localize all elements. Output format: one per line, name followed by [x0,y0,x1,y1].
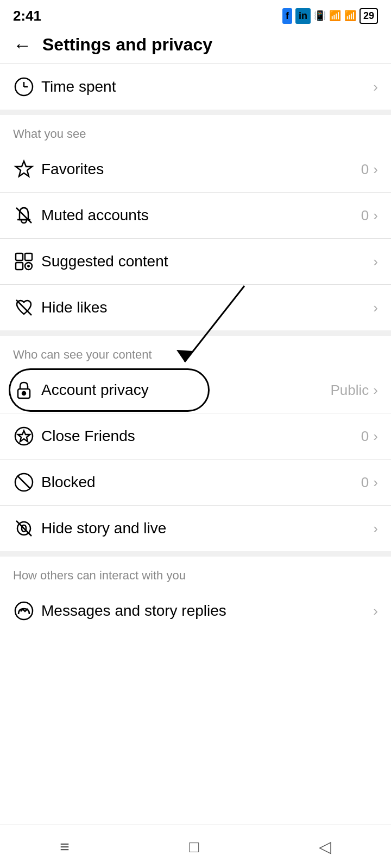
muted-accounts-label: Muted accounts [41,207,361,224]
blocked-value: 0 [361,474,369,491]
wifi-icon: 📶 [329,10,341,22]
bottom-spacer [0,634,391,688]
menu-item-time-spent[interactable]: Time spent › [0,64,391,110]
close-friends-icon [13,425,41,447]
time-spent-chevron: › [373,79,378,95]
hide-story-label: Hide story and live [41,520,373,537]
status-icons: f in 📳 📶 📶 29 [282,8,378,24]
menu-item-messages[interactable]: Messages and story replies › [0,588,391,634]
header: ← Settings and privacy [0,28,391,63]
close-friends-chevron: › [373,428,378,445]
story-off-icon [13,518,41,539]
nav-home-button[interactable]: □ [173,832,215,861]
hide-likes-chevron: › [373,299,378,316]
app-icon-2: in [295,8,311,24]
menu-item-close-friends[interactable]: Close Friends 0 › [0,413,391,459]
account-privacy-chevron: › [373,382,378,399]
menu-item-blocked[interactable]: Blocked 0 › [0,459,391,505]
suggested-icon [13,251,41,272]
account-privacy-value: Public [331,382,369,399]
hide-story-chevron: › [373,520,378,537]
divider-6 [0,330,391,336]
menu-item-suggested-content[interactable]: Suggested content › [0,239,391,284]
svg-rect-6 [25,253,32,260]
svg-rect-7 [16,263,23,270]
back-button[interactable]: ← [13,36,31,54]
blocked-chevron: › [373,474,378,491]
menu-item-favorites[interactable]: Favorites 0 › [0,146,391,192]
svg-marker-3 [16,161,32,176]
heart-off-icon [13,297,41,318]
menu-item-muted-accounts[interactable]: Muted accounts 0 › [0,193,391,238]
section-who-can-see: Who can see your content [0,336,391,367]
svg-point-15 [22,392,26,395]
muted-accounts-value: 0 [361,207,369,224]
svg-line-19 [17,476,30,489]
blocked-label: Blocked [41,474,361,491]
lock-icon [13,379,41,401]
divider-2 [0,110,391,115]
block-icon [13,471,41,493]
close-friends-value: 0 [361,428,369,445]
app-icon-1: f [282,8,292,24]
status-time: 2:41 [13,8,41,24]
bell-off-icon [13,205,41,226]
divider-10 [0,551,391,557]
menu-item-hide-story[interactable]: Hide story and live › [0,506,391,551]
muted-accounts-chevron: › [373,207,378,224]
svg-line-4 [16,208,31,223]
close-friends-label: Close Friends [41,427,361,445]
nav-bar: ≡ □ ◁ [0,825,391,868]
section-how-others-interact: How others can interact with you [0,557,391,588]
messages-label: Messages and story replies [41,602,373,620]
suggested-content-chevron: › [373,253,378,270]
messages-chevron: › [373,603,378,620]
time-spent-label: Time spent [41,78,373,95]
suggested-content-label: Suggested content [41,253,373,270]
clock-icon [13,76,41,98]
status-bar: 2:41 f in 📳 📶 📶 29 [0,0,391,28]
menu-item-hide-likes[interactable]: Hide likes › [0,285,391,330]
svg-rect-5 [16,253,23,260]
favorites-value: 0 [361,161,369,178]
svg-marker-17 [18,431,30,442]
messenger-icon [13,600,41,622]
menu-item-account-privacy[interactable]: Account privacy Public › [0,367,391,413]
svg-line-20 [16,521,31,536]
star-icon [13,158,41,180]
signal-icon: 📶 [344,10,356,22]
nav-back-button[interactable]: ◁ [302,832,348,861]
hide-likes-label: Hide likes [41,299,373,316]
page-title: Settings and privacy [42,35,212,55]
nav-menu-button[interactable]: ≡ [43,832,86,861]
account-privacy-label: Account privacy [41,381,331,399]
favorites-chevron: › [373,161,378,178]
section-what-you-see: What you see [0,115,391,146]
favorites-label: Favorites [41,161,361,178]
vibrate-icon: 📳 [314,10,326,22]
battery-icon: 29 [360,8,378,24]
